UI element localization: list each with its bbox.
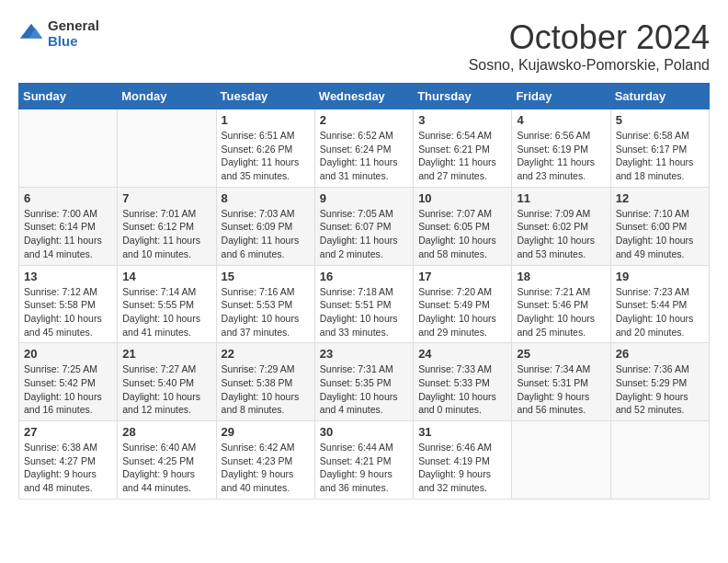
- day-number: 3: [418, 113, 506, 127]
- logo-icon: [18, 21, 44, 47]
- day-number: 30: [320, 425, 408, 439]
- calendar-cell: 11Sunrise: 7:09 AM Sunset: 6:02 PM Dayli…: [512, 187, 610, 265]
- day-info: Sunrise: 6:38 AM Sunset: 4:27 PM Dayligh…: [24, 441, 112, 495]
- calendar-cell: 12Sunrise: 7:10 AM Sunset: 6:00 PM Dayli…: [610, 187, 709, 265]
- calendar-cell: 25Sunrise: 7:34 AM Sunset: 5:31 PM Dayli…: [512, 343, 610, 421]
- calendar-cell: 28Sunrise: 6:40 AM Sunset: 4:25 PM Dayli…: [118, 421, 216, 500]
- day-info: Sunrise: 7:25 AM Sunset: 5:42 PM Dayligh…: [24, 362, 112, 417]
- day-number: 5: [616, 113, 704, 127]
- calendar-cell: 6Sunrise: 7:00 AM Sunset: 6:14 PM Daylig…: [19, 187, 118, 265]
- calendar-cell: 13Sunrise: 7:12 AM Sunset: 5:58 PM Dayli…: [19, 265, 118, 343]
- day-of-week-header: Sunday: [19, 84, 118, 109]
- day-info: Sunrise: 7:33 AM Sunset: 5:33 PM Dayligh…: [418, 362, 506, 417]
- day-info: Sunrise: 7:36 AM Sunset: 5:29 PM Dayligh…: [616, 362, 704, 417]
- day-info: Sunrise: 7:16 AM Sunset: 5:53 PM Dayligh…: [222, 285, 310, 339]
- day-info: Sunrise: 7:31 AM Sunset: 5:35 PM Dayligh…: [320, 362, 408, 417]
- day-number: 8: [222, 191, 310, 205]
- logo-general-text: General: [48, 18, 99, 34]
- day-of-week-header: Wednesday: [314, 84, 413, 109]
- days-of-week-row: SundayMondayTuesdayWednesdayThursdayFrid…: [19, 84, 710, 109]
- calendar-cell: 17Sunrise: 7:20 AM Sunset: 5:49 PM Dayli…: [414, 265, 512, 343]
- day-of-week-header: Thursday: [414, 84, 512, 109]
- day-of-week-header: Saturday: [610, 84, 709, 109]
- calendar-cell: 16Sunrise: 7:18 AM Sunset: 5:51 PM Dayli…: [314, 265, 413, 343]
- calendar-week-row: 20Sunrise: 7:25 AM Sunset: 5:42 PM Dayli…: [19, 343, 710, 421]
- day-info: Sunrise: 6:56 AM Sunset: 6:19 PM Dayligh…: [517, 129, 605, 183]
- calendar-week-row: 6Sunrise: 7:00 AM Sunset: 6:14 PM Daylig…: [19, 187, 710, 265]
- day-number: 1: [222, 113, 310, 127]
- calendar-cell: 23Sunrise: 7:31 AM Sunset: 5:35 PM Dayli…: [314, 343, 413, 421]
- day-info: Sunrise: 7:20 AM Sunset: 5:49 PM Dayligh…: [418, 285, 506, 339]
- day-number: 15: [222, 270, 310, 283]
- day-info: Sunrise: 7:34 AM Sunset: 5:31 PM Dayligh…: [517, 362, 605, 417]
- calendar-cell: 18Sunrise: 7:21 AM Sunset: 5:46 PM Dayli…: [512, 265, 610, 343]
- day-info: Sunrise: 6:51 AM Sunset: 6:26 PM Dayligh…: [222, 129, 310, 183]
- day-info: Sunrise: 6:44 AM Sunset: 4:21 PM Dayligh…: [320, 441, 408, 495]
- calendar-cell: 3Sunrise: 6:54 AM Sunset: 6:21 PM Daylig…: [414, 109, 512, 188]
- day-number: 13: [24, 270, 112, 283]
- day-number: 21: [122, 347, 210, 361]
- calendar-cell: 21Sunrise: 7:27 AM Sunset: 5:40 PM Dayli…: [118, 343, 216, 421]
- day-of-week-header: Tuesday: [216, 84, 314, 109]
- calendar-cell: [19, 109, 118, 188]
- month-title: October 2024: [469, 18, 710, 57]
- calendar-cell: 15Sunrise: 7:16 AM Sunset: 5:53 PM Dayli…: [216, 265, 314, 343]
- day-info: Sunrise: 7:12 AM Sunset: 5:58 PM Dayligh…: [24, 285, 112, 339]
- day-number: 7: [122, 191, 210, 205]
- day-info: Sunrise: 7:09 AM Sunset: 6:02 PM Dayligh…: [517, 207, 605, 261]
- calendar-cell: [512, 421, 610, 500]
- day-info: Sunrise: 6:40 AM Sunset: 4:25 PM Dayligh…: [122, 441, 210, 495]
- day-info: Sunrise: 7:29 AM Sunset: 5:38 PM Dayligh…: [222, 362, 310, 417]
- day-number: 25: [517, 347, 605, 361]
- day-info: Sunrise: 6:54 AM Sunset: 6:21 PM Dayligh…: [418, 129, 506, 183]
- day-info: Sunrise: 7:10 AM Sunset: 6:00 PM Dayligh…: [616, 207, 704, 261]
- calendar-cell: 20Sunrise: 7:25 AM Sunset: 5:42 PM Dayli…: [19, 343, 118, 421]
- day-number: 20: [24, 347, 112, 361]
- title-area: October 2024 Sosno, Kujawsko-Pomorskie, …: [469, 18, 710, 74]
- calendar-week-row: 27Sunrise: 6:38 AM Sunset: 4:27 PM Dayli…: [19, 421, 710, 500]
- day-number: 28: [122, 425, 210, 439]
- day-info: Sunrise: 6:46 AM Sunset: 4:19 PM Dayligh…: [418, 441, 506, 495]
- day-info: Sunrise: 7:01 AM Sunset: 6:12 PM Dayligh…: [122, 207, 210, 261]
- calendar-cell: 31Sunrise: 6:46 AM Sunset: 4:19 PM Dayli…: [414, 421, 512, 500]
- calendar-cell: 8Sunrise: 7:03 AM Sunset: 6:09 PM Daylig…: [216, 187, 314, 265]
- day-number: 11: [517, 191, 605, 205]
- day-info: Sunrise: 7:00 AM Sunset: 6:14 PM Dayligh…: [24, 207, 112, 261]
- day-number: 19: [616, 270, 704, 283]
- calendar-cell: 5Sunrise: 6:58 AM Sunset: 6:17 PM Daylig…: [610, 109, 709, 188]
- logo: General Blue: [18, 18, 99, 49]
- day-info: Sunrise: 6:52 AM Sunset: 6:24 PM Dayligh…: [320, 129, 408, 183]
- day-number: 14: [122, 270, 210, 283]
- day-info: Sunrise: 7:03 AM Sunset: 6:09 PM Dayligh…: [222, 207, 310, 261]
- day-info: Sunrise: 6:58 AM Sunset: 6:17 PM Dayligh…: [616, 129, 704, 183]
- day-number: 17: [418, 270, 506, 283]
- day-number: 22: [222, 347, 310, 361]
- day-info: Sunrise: 7:07 AM Sunset: 6:05 PM Dayligh…: [418, 207, 506, 261]
- day-of-week-header: Friday: [512, 84, 610, 109]
- calendar-cell: 27Sunrise: 6:38 AM Sunset: 4:27 PM Dayli…: [19, 421, 118, 500]
- calendar-cell: 9Sunrise: 7:05 AM Sunset: 6:07 PM Daylig…: [314, 187, 413, 265]
- day-info: Sunrise: 6:42 AM Sunset: 4:23 PM Dayligh…: [222, 441, 310, 495]
- day-number: 27: [24, 425, 112, 439]
- day-of-week-header: Monday: [118, 84, 216, 109]
- calendar-cell: 1Sunrise: 6:51 AM Sunset: 6:26 PM Daylig…: [216, 109, 314, 188]
- day-number: 24: [418, 347, 506, 361]
- calendar-cell: 24Sunrise: 7:33 AM Sunset: 5:33 PM Dayli…: [414, 343, 512, 421]
- day-number: 2: [320, 113, 408, 127]
- day-number: 4: [517, 113, 605, 127]
- calendar-week-row: 13Sunrise: 7:12 AM Sunset: 5:58 PM Dayli…: [19, 265, 710, 343]
- calendar-header: SundayMondayTuesdayWednesdayThursdayFrid…: [19, 84, 710, 109]
- header: General Blue October 2024 Sosno, Kujawsk…: [18, 18, 710, 74]
- day-number: 26: [616, 347, 704, 361]
- day-info: Sunrise: 7:21 AM Sunset: 5:46 PM Dayligh…: [517, 285, 605, 339]
- calendar-cell: [118, 109, 216, 188]
- calendar-cell: 4Sunrise: 6:56 AM Sunset: 6:19 PM Daylig…: [512, 109, 610, 188]
- day-info: Sunrise: 7:27 AM Sunset: 5:40 PM Dayligh…: [122, 362, 210, 417]
- day-number: 10: [418, 191, 506, 205]
- calendar-week-row: 1Sunrise: 6:51 AM Sunset: 6:26 PM Daylig…: [19, 109, 710, 188]
- day-number: 9: [320, 191, 408, 205]
- location: Sosno, Kujawsko-Pomorskie, Poland: [469, 57, 710, 74]
- day-info: Sunrise: 7:18 AM Sunset: 5:51 PM Dayligh…: [320, 285, 408, 339]
- day-info: Sunrise: 7:14 AM Sunset: 5:55 PM Dayligh…: [122, 285, 210, 339]
- day-number: 16: [320, 270, 408, 283]
